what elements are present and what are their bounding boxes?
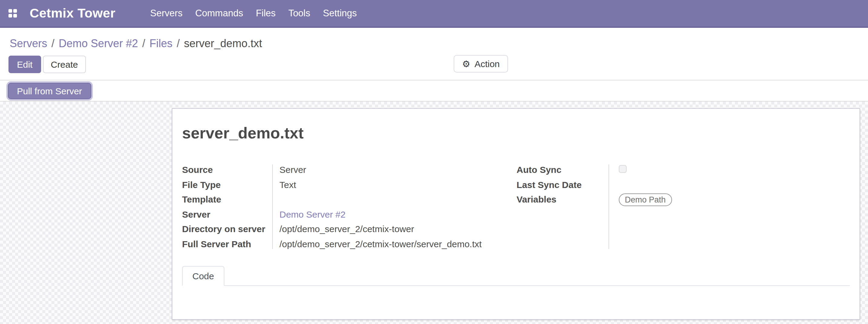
apps-menu-icon[interactable]	[8, 9, 18, 18]
field-groups: SourceServerFile TypeTextTemplateServerD…	[182, 164, 850, 250]
gear-icon: ⚙	[462, 59, 470, 68]
page: Cetmix Tower ServersCommandsFilesToolsSe…	[0, 0, 868, 324]
control-panel-buttons: Edit Create	[8, 56, 868, 73]
apps-menu-icon-square	[8, 9, 12, 12]
menu-item-files[interactable]: Files	[249, 0, 282, 27]
field-label-source: Source	[182, 164, 272, 175]
pull-from-server-button[interactable]: Pull from Server	[8, 83, 91, 99]
form-background: server_demo.txt SourceServerFile TypeTex…	[0, 102, 868, 324]
field-label-last-sync-date: Last Sync Date	[517, 179, 609, 190]
field-value-link[interactable]: Demo Server #2	[272, 208, 517, 220]
menu-item-settings[interactable]: Settings	[317, 0, 363, 27]
auto-sync-checkbox[interactable]	[619, 165, 627, 173]
control-panel: Servers/Demo Server #2/Files/server_demo…	[0, 28, 868, 80]
tab-content-code	[182, 286, 850, 319]
notebook: Code	[182, 266, 850, 319]
field-label-server: Server	[182, 208, 272, 220]
menu-item-tools[interactable]: Tools	[282, 0, 316, 27]
field-divider	[609, 164, 609, 249]
apps-menu-icon-square	[13, 13, 17, 17]
field-value-tags: Demo Path	[609, 193, 850, 206]
breadcrumb-current: server_demo.txt	[184, 37, 262, 50]
breadcrumb-separator: /	[177, 37, 180, 50]
app-brand[interactable]: Cetmix Tower	[30, 6, 116, 21]
main-menu: ServersCommandsFilesToolsSettings	[144, 0, 363, 27]
field-label-full-server-path: Full Server Path	[182, 238, 272, 250]
notebook-tabs: Code	[182, 266, 850, 286]
field-group-left: SourceServerFile TypeTextTemplateServerD…	[182, 164, 517, 250]
breadcrumb-link-2[interactable]: Demo Server #2	[59, 37, 138, 50]
field-label-directory-on-server: Directory on server	[182, 223, 272, 235]
tab-code[interactable]: Code	[182, 266, 224, 286]
field-label-variables: Variables	[517, 193, 609, 206]
field-label-auto-sync: Auto Sync	[517, 164, 609, 175]
apps-menu-icon-square	[8, 13, 12, 17]
field-value-checkbox	[609, 164, 850, 175]
statusbar: Pull from Server	[0, 80, 868, 102]
field-divider	[272, 164, 273, 249]
breadcrumb-separator: /	[52, 37, 55, 50]
field-value-directory-on-server: /opt/demo_server_2/cetmix-tower	[272, 223, 517, 235]
action-button-label: Action	[474, 59, 500, 69]
field-value-last-sync-date	[609, 179, 850, 190]
breadcrumb-separator: /	[142, 37, 145, 50]
field-value-full-server-path: /opt/demo_server_2/cetmix-tower/server_d…	[272, 238, 517, 250]
field-label-file-type: File Type	[182, 179, 272, 190]
field-label-template: Template	[182, 193, 272, 205]
edit-button[interactable]: Edit	[8, 56, 41, 73]
breadcrumb-link-3[interactable]: Files	[149, 37, 173, 50]
field-value-source: Server	[272, 164, 517, 175]
breadcrumb-link-1[interactable]: Servers	[10, 37, 47, 50]
menu-item-commands[interactable]: Commands	[189, 0, 249, 27]
create-button[interactable]: Create	[43, 56, 86, 73]
field-value-file-type: Text	[272, 179, 517, 190]
variables-tag[interactable]: Demo Path	[619, 193, 672, 206]
field-group-right: Auto SyncLast Sync DateVariablesDemo Pat…	[517, 164, 850, 250]
field-value-template	[272, 193, 517, 205]
record-title: server_demo.txt	[182, 124, 850, 143]
apps-menu-icon-square	[13, 9, 17, 12]
breadcrumb: Servers/Demo Server #2/Files/server_demo…	[0, 28, 868, 50]
form-sheet: server_demo.txt SourceServerFile TypeTex…	[172, 108, 860, 320]
menu-item-servers[interactable]: Servers	[144, 0, 189, 27]
action-button[interactable]: ⚙ Action	[454, 55, 508, 72]
top-navbar: Cetmix Tower ServersCommandsFilesToolsSe…	[0, 0, 868, 28]
